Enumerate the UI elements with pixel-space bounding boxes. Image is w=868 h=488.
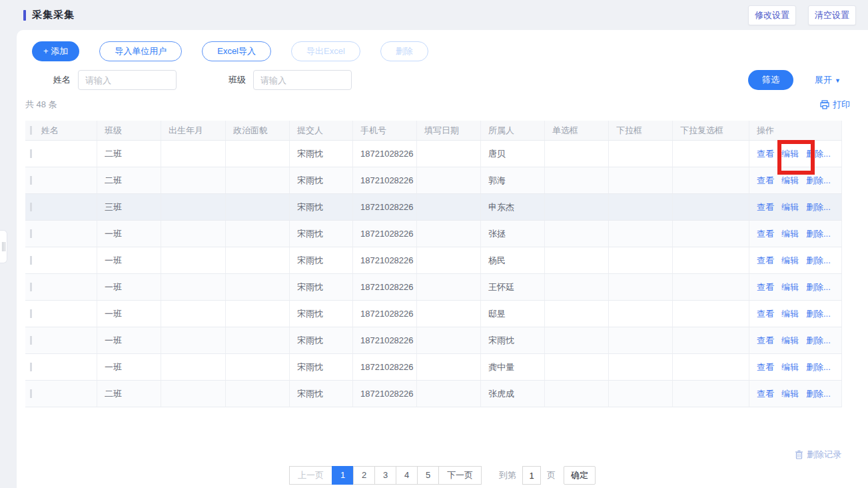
view-link[interactable]: 查看 — [757, 361, 774, 373]
edit-link[interactable]: 编辑 — [781, 228, 799, 240]
delete-link[interactable]: 删除... — [806, 201, 831, 213]
cell-multi — [673, 194, 749, 220]
delete-link[interactable]: 删除... — [806, 361, 831, 373]
cell-birth — [161, 301, 226, 327]
cell-owner: 唐贝 — [481, 141, 545, 167]
cell-phone: 18721028226 — [353, 327, 417, 353]
cell-politics — [226, 301, 290, 327]
table-row: 一班 宋雨忱 18721028226 宋雨忱 查看 编辑 删除... — [25, 327, 842, 354]
cell-radio — [545, 327, 609, 353]
goto-page-prefix: 到第 — [499, 469, 516, 481]
view-link[interactable]: 查看 — [757, 335, 774, 347]
cell-phone: 18721028226 — [353, 221, 417, 247]
table-row: 二班 宋雨忱 18721028226 郭海 查看 编辑 删除... — [25, 167, 842, 194]
delete-records-link[interactable]: 删除记录 — [795, 449, 841, 461]
clear-settings-button[interactable]: 清空设置 — [808, 5, 856, 25]
name-filter-input[interactable] — [78, 70, 177, 90]
row-checkbox-fragment[interactable] — [25, 167, 34, 193]
class-filter-input[interactable] — [253, 70, 352, 90]
filter-button[interactable]: 筛选 — [748, 70, 793, 90]
view-link[interactable]: 查看 — [757, 255, 774, 267]
cell-multi — [673, 247, 749, 273]
table-body: 二班 宋雨忱 18721028226 唐贝 查看 编辑 删除... 二班 宋雨忱… — [25, 141, 842, 407]
cell-radio — [545, 194, 609, 220]
excel-import-button[interactable]: Excel导入 — [202, 41, 271, 61]
view-link[interactable]: 查看 — [757, 388, 774, 400]
row-checkbox-fragment[interactable] — [25, 141, 34, 167]
col-header: 操作 — [749, 121, 842, 140]
cell-name — [34, 301, 97, 327]
table-row: 一班 宋雨忱 18721028226 张拯 查看 编辑 删除... — [25, 221, 842, 247]
next-page-button[interactable]: 下一页 — [438, 466, 482, 485]
row-checkbox-fragment[interactable] — [25, 221, 34, 247]
cell-class: 一班 — [97, 327, 161, 353]
view-link[interactable]: 查看 — [757, 308, 774, 320]
edit-link[interactable]: 编辑 — [781, 201, 799, 213]
row-checkbox-fragment[interactable] — [25, 327, 34, 353]
add-button[interactable]: + 添加 — [32, 41, 79, 61]
view-link[interactable]: 查看 — [757, 175, 774, 187]
view-link[interactable]: 查看 — [757, 228, 774, 240]
delete-link[interactable]: 删除... — [806, 308, 831, 320]
print-link[interactable]: 打印 — [820, 99, 850, 111]
edit-link[interactable]: 编辑 — [781, 148, 799, 160]
col-header: 填写日期 — [417, 121, 481, 140]
cell-submitter: 宋雨忱 — [290, 327, 353, 353]
cell-phone: 18721028226 — [353, 274, 417, 300]
cell-dropdown — [609, 194, 673, 220]
goto-page-input[interactable] — [522, 466, 541, 485]
cell-class: 二班 — [97, 167, 161, 193]
page-button-3[interactable]: 3 — [374, 466, 396, 485]
edit-link[interactable]: 编辑 — [781, 335, 799, 347]
col-header: 出生年月 — [161, 121, 226, 140]
page-button-1[interactable]: 1 — [332, 466, 354, 485]
cell-multi — [673, 301, 749, 327]
delete-link[interactable]: 删除... — [806, 175, 831, 187]
delete-link[interactable]: 删除... — [806, 228, 831, 240]
view-link[interactable]: 查看 — [757, 148, 774, 160]
cell-multi — [673, 274, 749, 300]
page-button-5[interactable]: 5 — [417, 466, 439, 485]
cell-submitter: 宋雨忱 — [290, 221, 353, 247]
side-drawer-handle[interactable] — [0, 230, 7, 263]
row-checkbox-fragment[interactable] — [25, 354, 34, 380]
delete-link[interactable]: 删除... — [806, 148, 831, 160]
modify-settings-button[interactable]: 修改设置 — [748, 5, 796, 25]
delete-link[interactable]: 删除... — [806, 335, 831, 347]
cell-phone: 18721028226 — [353, 194, 417, 220]
delete-link[interactable]: 删除... — [806, 281, 831, 293]
cell-radio — [545, 354, 609, 380]
delete-link[interactable]: 删除... — [806, 255, 831, 267]
cell-phone: 18721028226 — [353, 354, 417, 380]
edit-link[interactable]: 编辑 — [781, 361, 799, 373]
col-header: 政治面貌 — [226, 121, 290, 140]
row-checkbox-fragment[interactable] — [25, 301, 34, 327]
page-button-2[interactable]: 2 — [353, 466, 375, 485]
cell-multi — [673, 141, 749, 167]
expand-link[interactable]: 展开 ▼ — [815, 74, 841, 86]
cell-multi — [673, 381, 749, 407]
cell-fill-date — [417, 274, 481, 300]
view-link[interactable]: 查看 — [757, 281, 774, 293]
edit-link[interactable]: 编辑 — [781, 308, 799, 320]
table-row: 二班 宋雨忱 18721028226 张虎成 查看 编辑 删除... — [25, 381, 842, 407]
page-button-4[interactable]: 4 — [396, 466, 418, 485]
goto-page-suffix: 页 — [547, 469, 556, 481]
edit-link[interactable]: 编辑 — [781, 281, 799, 293]
prev-page-button: 上一页 — [289, 466, 332, 485]
row-checkbox-fragment[interactable] — [25, 381, 34, 407]
trash-icon — [795, 450, 803, 459]
cell-radio — [545, 301, 609, 327]
goto-confirm-button[interactable]: 确定 — [564, 466, 596, 485]
edit-link[interactable]: 编辑 — [781, 255, 799, 267]
edit-link[interactable]: 编辑 — [781, 175, 799, 187]
cell-politics — [226, 327, 290, 353]
import-unit-users-button[interactable]: 导入单位用户 — [99, 41, 182, 61]
view-link[interactable]: 查看 — [757, 201, 774, 213]
row-checkbox-fragment[interactable] — [25, 247, 34, 273]
edit-link[interactable]: 编辑 — [781, 388, 799, 400]
cell-birth — [161, 274, 226, 300]
row-checkbox-fragment[interactable] — [25, 274, 34, 300]
delete-link[interactable]: 删除... — [806, 388, 831, 400]
row-checkbox-fragment[interactable] — [25, 194, 34, 220]
